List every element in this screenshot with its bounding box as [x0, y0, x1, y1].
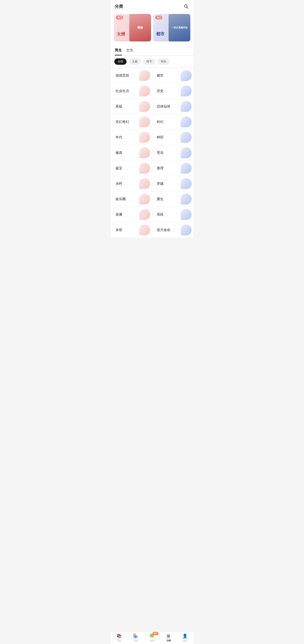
- category-decoration: [139, 194, 150, 204]
- category-item-鉴宝[interactable]: 鉴宝: [111, 160, 152, 176]
- category-item-种田[interactable]: 种田: [152, 130, 193, 145]
- category-decoration: [139, 224, 150, 236]
- category-decoration: [139, 101, 150, 112]
- banner-urban-img-text: 一切从退婚开始: [171, 26, 188, 29]
- bottom-nav: 📚 书架 🏪 书城 签到 🍀 福利 ⊞ 分类 👤 我的: [111, 631, 193, 644]
- category-item-直播[interactable]: 直播: [111, 207, 152, 222]
- category-label: 直播: [116, 212, 122, 217]
- category-item-推理[interactable]: 推理: [152, 160, 193, 176]
- category-item-娱乐圈[interactable]: 娱乐圈: [111, 192, 152, 207]
- banner-urban-image: 一切从退婚开始: [168, 14, 190, 42]
- category-item-重生[interactable]: 重生: [152, 192, 193, 207]
- category-decoration: [181, 147, 192, 158]
- category-item-科幻[interactable]: 科幻: [152, 114, 193, 130]
- category-label: 玄幻奇幻: [116, 120, 129, 124]
- category-item-穿越[interactable]: 穿越: [152, 176, 193, 191]
- search-button[interactable]: [183, 3, 189, 10]
- category-item-年代[interactable]: 年代: [111, 130, 152, 145]
- category-item-游戏竞技[interactable]: 游戏竞技: [111, 68, 152, 83]
- category-label: 悬疑: [116, 104, 122, 109]
- banner-section: 热门 女婿 费婿 热门 都市 一切从退婚开始: [111, 12, 193, 45]
- tab-female[interactable]: 女生: [126, 48, 133, 56]
- nav-category[interactable]: ⊞ 分类: [160, 632, 177, 644]
- banner-female-img-text: 费婿: [137, 26, 143, 30]
- nav-bookstore-label: 书城: [134, 639, 138, 642]
- category-decoration: [181, 194, 192, 204]
- category-label: 修真: [116, 151, 122, 155]
- category-decoration: [139, 132, 150, 143]
- category-decoration: [181, 132, 192, 143]
- category-item-系统[interactable]: 系统: [152, 207, 193, 222]
- category-label: 重生: [157, 197, 163, 202]
- filter-plot[interactable]: 情节: [143, 58, 155, 65]
- category-decoration: [181, 86, 192, 96]
- tab-male[interactable]: 男生: [115, 48, 122, 56]
- nav-welfare-label: 福利: [150, 639, 154, 642]
- category-item-乡村[interactable]: 乡村: [111, 176, 152, 191]
- category-label: 荒岛: [157, 151, 163, 155]
- category-decoration: [139, 70, 150, 81]
- banner-female[interactable]: 热门 女婿 费婿: [114, 14, 151, 42]
- category-item-末世[interactable]: 末世: [111, 222, 152, 238]
- category-icon: ⊞: [167, 634, 170, 638]
- category-label: 历史: [157, 89, 163, 93]
- category-decoration: [181, 178, 192, 189]
- bookshelf-icon: 📚: [116, 634, 122, 638]
- nav-mine[interactable]: 👤 我的: [177, 632, 193, 644]
- category-label: 末世: [116, 228, 122, 232]
- header: 分类: [111, 0, 193, 12]
- category-item-社会生活[interactable]: 社会生活: [111, 83, 152, 98]
- category-item-都市[interactable]: 都市: [152, 68, 193, 83]
- search-icon: [184, 4, 188, 9]
- category-label: 鉴宝: [116, 166, 122, 170]
- nav-bookshelf-label: 书架: [117, 639, 121, 642]
- category-item-历史[interactable]: 历史: [152, 83, 193, 98]
- filter-role[interactable]: 角色: [157, 58, 170, 65]
- page-title: 分类: [115, 4, 123, 9]
- nav-bookstore[interactable]: 🏪 书城: [127, 632, 144, 644]
- category-label: 游戏竞技: [116, 74, 129, 78]
- category-decoration: [181, 101, 192, 112]
- category-decoration: [181, 116, 192, 127]
- category-decoration: [181, 209, 192, 220]
- category-decoration: [139, 116, 150, 127]
- category-label: 种田: [157, 135, 163, 140]
- category-decoration: [181, 224, 192, 236]
- category-label: 穿越: [157, 182, 163, 186]
- category-label: 都市: [157, 74, 163, 78]
- category-label: 推理: [157, 166, 163, 170]
- category-decoration: [139, 178, 150, 189]
- category-decoration: [181, 70, 192, 81]
- banner-urban-hot-badge: 热门: [155, 16, 162, 20]
- category-item-修真[interactable]: 修真: [111, 145, 152, 160]
- category-decoration: [181, 163, 192, 174]
- bookstore-icon: 🏪: [133, 634, 138, 638]
- svg-line-1: [187, 7, 188, 8]
- category-decoration: [139, 86, 150, 96]
- category-grid: 游戏竞技都市社会生活历史悬疑武侠仙侠玄幻奇幻科幻年代种田修真荒岛鉴宝推理乡村穿越…: [111, 68, 193, 238]
- filter-all[interactable]: 全部: [114, 58, 127, 65]
- welfare-badge: 签到: [152, 632, 158, 635]
- category-label: 社会生活: [116, 89, 129, 93]
- banner-urban[interactable]: 热门 都市 一切从退婚开始: [153, 14, 190, 42]
- category-decoration: [139, 209, 150, 220]
- category-label: 娱乐圈: [116, 197, 126, 202]
- category-item-逆天改命[interactable]: 逆天改命: [152, 222, 193, 238]
- category-item-玄幻奇幻[interactable]: 玄幻奇幻: [111, 114, 152, 130]
- nav-welfare[interactable]: 签到 🍀 福利: [144, 632, 160, 644]
- nav-bookshelf[interactable]: 📚 书架: [111, 632, 127, 644]
- banner-urban-title: 都市: [156, 31, 164, 37]
- category-item-武侠仙侠[interactable]: 武侠仙侠: [152, 99, 193, 114]
- category-item-荒岛[interactable]: 荒岛: [152, 145, 193, 160]
- filter-theme[interactable]: 主题: [129, 58, 141, 65]
- category-label: 年代: [116, 135, 122, 140]
- mine-icon: 👤: [182, 634, 188, 638]
- category-item-悬疑[interactable]: 悬疑: [111, 99, 152, 114]
- category-label: 乡村: [116, 182, 122, 186]
- category-label: 系统: [157, 212, 163, 217]
- banner-female-title: 女婿: [117, 31, 125, 37]
- category-decoration: [139, 163, 150, 174]
- nav-mine-label: 我的: [183, 639, 187, 642]
- category-label: 逆天改命: [157, 228, 170, 232]
- filter-section: 全部 主题 情节 角色: [111, 56, 193, 68]
